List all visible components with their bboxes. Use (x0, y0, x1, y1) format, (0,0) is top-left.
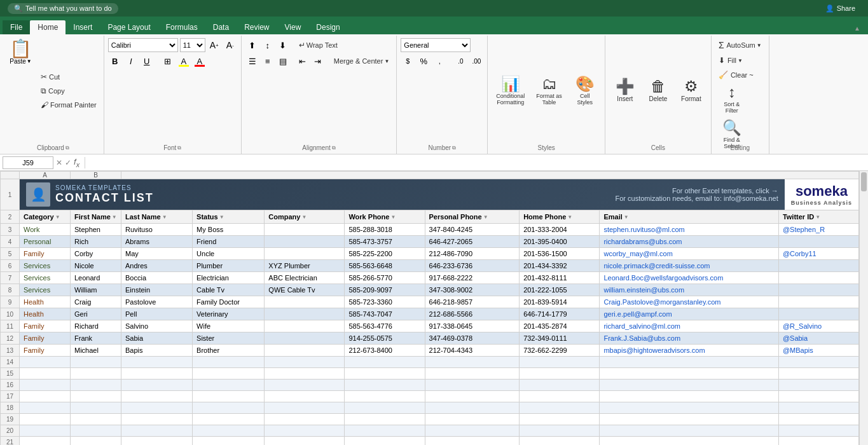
ribbon-collapse[interactable]: ▲ (849, 22, 865, 34)
cell-twitter[interactable]: @R_Salvino (778, 320, 858, 332)
cell-first-name[interactable]: Frank (71, 332, 121, 345)
formula-input[interactable] (90, 156, 865, 169)
cell-first-name[interactable]: Nicole (71, 260, 121, 272)
cell-work-phone[interactable]: 585-209-9097 (345, 284, 425, 296)
email-filter-arrow[interactable]: ▼ (624, 214, 629, 220)
cell-first-name[interactable]: Leonard (71, 272, 121, 284)
align-top-button[interactable]: ⬆ (245, 38, 259, 52)
cell-personal-phone[interactable]: 347-308-9002 (425, 284, 520, 296)
table-row[interactable]: 5FamilyCorbyMayUncle585-225-2200212-486-… (1, 248, 859, 260)
cell-company[interactable] (265, 248, 345, 260)
cell-twitter[interactable] (778, 308, 858, 320)
cell-company[interactable]: QWE Cable Tv (265, 284, 345, 296)
cell-twitter[interactable]: @Corby11 (778, 248, 858, 260)
merge-center-button[interactable]: Merge & Center ▼ (331, 55, 393, 67)
cell-personal-phone[interactable]: 917-338-0645 (425, 320, 520, 332)
cell-last-name[interactable]: Pastolove (121, 296, 193, 308)
fill-button[interactable]: ⬇ Fill ▼ (715, 54, 746, 67)
cell-home-phone[interactable]: 201-222-1055 (520, 284, 600, 296)
insert-function-icon[interactable]: fx (74, 157, 79, 168)
font-color-button[interactable]: A (193, 54, 207, 68)
table-row[interactable]: 3WorkStephenRuvitusoMy Boss585-288-30183… (1, 224, 859, 236)
tab-formulas[interactable]: Formulas (158, 20, 205, 34)
cell-first-name[interactable]: Richard (71, 320, 121, 332)
cell-email[interactable]: mbapis@hightoweradvisors.com (600, 345, 778, 357)
homephone-filter-arrow[interactable]: ▼ (567, 214, 572, 220)
cell-last-name[interactable]: Boccia (121, 272, 193, 284)
help-search[interactable]: 🔍 Tell me what you want to do (8, 3, 118, 14)
cell-status[interactable]: My Boss (193, 224, 265, 236)
cell-category[interactable]: Health (20, 308, 71, 320)
cell-first-name[interactable]: Michael (71, 345, 121, 357)
cell-personal-phone[interactable]: 917-668-2222 (425, 272, 520, 284)
table-row[interactable]: 12FamilyFrankSabiaSister914-255-0575347-… (1, 332, 859, 345)
cell-company[interactable] (265, 332, 345, 345)
cell-last-name[interactable]: May (121, 248, 193, 260)
cell-home-phone[interactable]: 201-536-1500 (520, 248, 600, 260)
status-filter-arrow[interactable]: ▼ (219, 214, 224, 220)
cell-home-phone[interactable]: 201-434-3392 (520, 260, 600, 272)
cell-work-phone[interactable]: 585-563-4776 (345, 320, 425, 332)
cell-company[interactable] (265, 224, 345, 236)
cell-last-name[interactable]: Bapis (121, 345, 193, 357)
cell-first-name[interactable]: William (71, 284, 121, 296)
autosum-button[interactable]: Σ AutoSum ▼ (715, 38, 765, 52)
tab-design[interactable]: Design (308, 20, 347, 34)
cell-work-phone[interactable]: 585-743-7047 (345, 308, 425, 320)
increase-decimal-button[interactable]: .0 (453, 54, 467, 68)
cancel-formula-icon[interactable]: ✕ (56, 158, 62, 167)
align-left-button[interactable]: ☰ (245, 54, 259, 68)
cell-work-phone[interactable]: 585-563-6648 (345, 260, 425, 272)
twitter-filter-arrow[interactable]: ▼ (815, 214, 820, 220)
tab-home[interactable]: Home (30, 20, 65, 34)
decrease-indent-button[interactable]: ⇤ (296, 54, 310, 68)
borders-button[interactable]: ⊞ (161, 54, 175, 68)
cell-twitter[interactable] (778, 296, 858, 308)
company-filter-arrow[interactable]: ▼ (301, 214, 307, 220)
table-row[interactable]: 10HealthGeriPellVeterinary585-743-704721… (1, 308, 859, 320)
number-format-select[interactable]: General (401, 38, 471, 52)
cell-email[interactable]: Craig.Pastolove@morganstanley.com (600, 296, 778, 308)
cell-personal-phone[interactable]: 347-840-4245 (425, 224, 520, 236)
cell-company[interactable]: ABC Electrician (265, 272, 345, 284)
table-row[interactable]: 7ServicesLeonardBocciaElectricianABC Ele… (1, 272, 859, 284)
decrease-font-size-button[interactable]: A- (223, 38, 237, 52)
italic-button[interactable]: I (124, 54, 138, 68)
cell-last-name[interactable]: Salvino (121, 320, 193, 332)
align-bottom-button[interactable]: ⬇ (276, 38, 290, 52)
cell-company[interactable] (265, 345, 345, 357)
cell-category[interactable]: Personal (20, 236, 71, 248)
cell-company[interactable]: XYZ Plumber (265, 260, 345, 272)
cell-category[interactable]: Family (20, 345, 71, 357)
format-as-table-button[interactable]: 🗂 Format asTable (532, 73, 567, 109)
cell-home-phone[interactable]: 201-395-0400 (520, 236, 600, 248)
cell-email[interactable]: richard_salvino@ml.com (600, 320, 778, 332)
cell-last-name[interactable]: Sabia (121, 332, 193, 345)
format-painter-button[interactable]: 🖌 Format Painter (38, 99, 100, 111)
cell-twitter[interactable] (778, 260, 858, 272)
cell-twitter[interactable]: @Sabia (778, 332, 858, 345)
cell-last-name[interactable]: Ruvituso (121, 224, 193, 236)
table-row[interactable]: 8ServicesWilliamEinsteinCable TvQWE Cabl… (1, 284, 859, 296)
cell-category[interactable]: Family (20, 320, 71, 332)
cell-email[interactable]: william.einstein@ubs.com (600, 284, 778, 296)
cell-category[interactable]: Services (20, 260, 71, 272)
cell-personal-phone[interactable]: 212-704-4343 (425, 345, 520, 357)
cell-first-name[interactable]: Craig (71, 296, 121, 308)
cell-first-name[interactable]: Corby (71, 248, 121, 260)
percent-button[interactable]: % (417, 54, 431, 68)
cell-email[interactable]: geri.e.pell@ampf.com (600, 308, 778, 320)
cell-category[interactable]: Family (20, 248, 71, 260)
cell-last-name[interactable]: Einstein (121, 284, 193, 296)
cell-first-name[interactable]: Geri (71, 308, 121, 320)
cell-personal-phone[interactable]: 646-218-9857 (425, 296, 520, 308)
cell-home-phone[interactable]: 201-839-5914 (520, 296, 600, 308)
cell-twitter[interactable]: @MBapis (778, 345, 858, 357)
tab-file[interactable]: File (3, 20, 30, 34)
tab-page-layout[interactable]: Page Layout (100, 20, 158, 34)
cell-category[interactable]: Work (20, 224, 71, 236)
cell-personal-phone[interactable]: 646-427-2065 (425, 236, 520, 248)
cell-category[interactable]: Health (20, 296, 71, 308)
cell-status[interactable]: Veterinary (193, 308, 265, 320)
cell-first-name[interactable]: Stephen (71, 224, 121, 236)
